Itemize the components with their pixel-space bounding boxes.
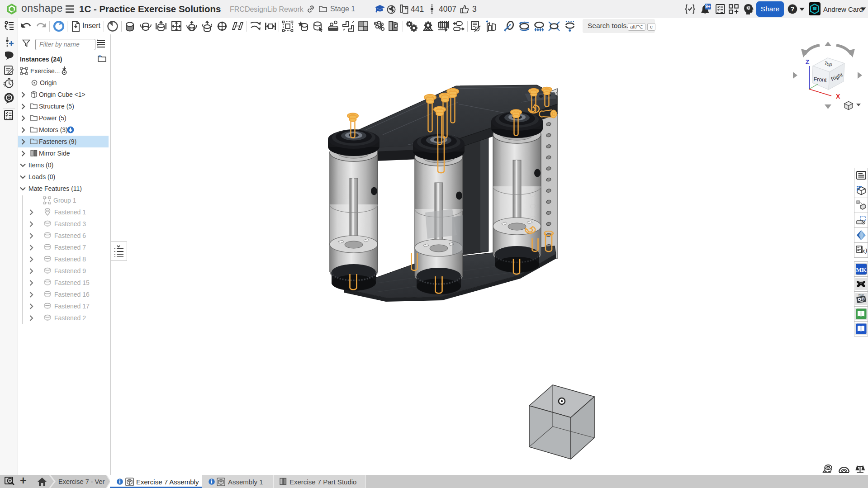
svg-text:9+: 9+ [705,4,711,9]
svg-text:MK: MK [856,266,867,273]
svg-text:Front: Front [813,76,827,83]
svg-text:X: X [836,93,840,100]
svg-text:x): x) [862,247,867,255]
svg-text:?: ? [791,5,795,13]
svg-text:#%@: #%@ [859,294,864,296]
svg-text:Z: Z [806,58,810,66]
